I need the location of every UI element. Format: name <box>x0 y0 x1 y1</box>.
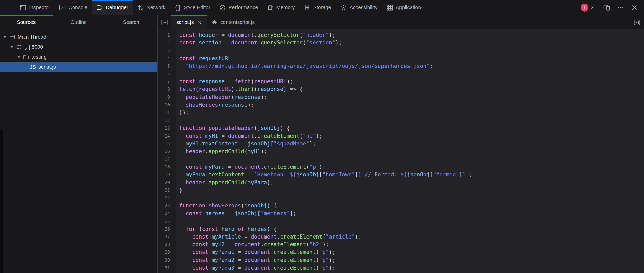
line-number[interactable]: 5 <box>158 63 176 69</box>
close-tab-icon[interactable] <box>197 20 202 25</box>
toolbox-tab-debugger[interactable]: Debugger <box>92 0 133 15</box>
line-number[interactable]: 2 <box>158 40 176 45</box>
line-number[interactable]: 1 <box>158 32 176 38</box>
code-text: const myArticle = document.createElement… <box>176 234 361 240</box>
sidebar-left-strip <box>0 130 3 273</box>
code-line-17: 17 <box>158 155 644 163</box>
panel-tab-search[interactable]: Search <box>105 15 157 29</box>
tree-item-main-thread[interactable]: Main Thread <box>0 32 157 42</box>
code-text: const section = document.querySelector("… <box>176 40 342 46</box>
code-token: ) <box>335 40 339 46</box>
line-number[interactable]: 31 <box>158 265 176 270</box>
line-number[interactable]: 4 <box>158 56 176 61</box>
collapse-side-panes-button[interactable] <box>630 15 644 29</box>
tree-item-testing[interactable]: testing <box>0 52 157 62</box>
line-number[interactable]: 20 <box>158 180 176 185</box>
code-token: ) <box>260 94 264 100</box>
responsive-design-mode-button[interactable] <box>602 4 612 11</box>
toolbox-tab-styleeditor[interactable]: {}Style Editor <box>170 0 215 15</box>
window-controls <box>602 4 639 11</box>
code-text: const heroes = jsonObj["members"]; <box>176 210 296 216</box>
toolbox-tab-label: Console <box>68 5 87 11</box>
code-text: } <box>176 187 182 193</box>
panel-tab-outline[interactable]: Outline <box>53 15 105 29</box>
line-number[interactable]: 12 <box>158 118 176 123</box>
memory-icon <box>267 4 274 11</box>
code-token: . <box>205 148 208 154</box>
toolbox-tab-console[interactable]: Console <box>55 0 92 15</box>
line-number[interactable]: 25 <box>158 219 176 224</box>
line-number[interactable]: 26 <box>158 226 176 232</box>
line-number[interactable]: 28 <box>158 242 176 247</box>
meatball-menu-button[interactable] <box>615 4 625 11</box>
line-number[interactable]: 9 <box>158 95 176 100</box>
line-number[interactable]: 24 <box>158 211 176 216</box>
close-toolbox-button[interactable] <box>629 4 639 11</box>
code-token: const <box>179 32 195 38</box>
line-number[interactable]: 17 <box>158 157 176 162</box>
line-number[interactable]: 15 <box>158 141 176 146</box>
code-line-8: 8fetch(requestURL).then((response) => { <box>158 85 644 93</box>
code-line-19: 19 myPara.textContent = `Hometown: ${jso… <box>158 171 644 178</box>
editor-tab-script-js[interactable]: script.js <box>171 15 207 29</box>
expand-twisty-icon[interactable] <box>10 45 14 49</box>
line-number[interactable]: 22 <box>158 195 176 201</box>
line-number[interactable]: 3 <box>158 48 176 53</box>
line-number[interactable]: 23 <box>158 203 176 208</box>
toolbox-tab-storage[interactable]: Storage <box>299 0 336 15</box>
code-token <box>179 179 186 186</box>
collapse-sources-panel-button[interactable] <box>158 15 171 29</box>
code-token: querySelector <box>257 32 299 38</box>
code-token: createElement <box>274 257 316 263</box>
line-number[interactable]: 7 <box>158 79 176 84</box>
code-token: ; <box>339 40 342 46</box>
tree-item-script-js[interactable]: JSscript.js <box>0 62 157 72</box>
code-token: ] <box>355 171 358 178</box>
code-token <box>205 125 208 131</box>
line-number[interactable]: 10 <box>158 102 176 107</box>
code-token: . <box>234 86 238 92</box>
code-token: const <box>192 265 208 271</box>
code-text: const header = document.querySelector("h… <box>176 32 335 38</box>
code-token <box>208 257 212 263</box>
code-token: = <box>241 234 251 240</box>
code-token: fetch <box>179 86 195 92</box>
toolbox-tab-accessibility[interactable]: Accessibility <box>336 0 382 15</box>
line-number[interactable]: 19 <box>158 172 176 177</box>
toolbox-tab-label: Application <box>396 5 421 11</box>
code-token: ) <box>329 265 332 271</box>
line-number[interactable]: 18 <box>158 164 176 169</box>
toolbox-tab-memory[interactable]: Memory <box>262 0 299 15</box>
expand-twisty-icon[interactable] <box>16 55 21 59</box>
code-token: document <box>228 133 254 139</box>
panel-tab-sources[interactable]: Sources <box>0 15 53 29</box>
code-token: myH1 <box>205 133 218 139</box>
line-number[interactable]: 16 <box>158 149 176 154</box>
code-line-21: 21} <box>158 186 644 194</box>
element-picker-button[interactable] <box>0 0 15 15</box>
source-editor[interactable]: 1const header = document.querySelector("… <box>158 29 644 273</box>
tree-item-8000[interactable]: [::]:8000 <box>0 42 157 52</box>
editor-tab-contentscript-js[interactable]: contentscript.js <box>207 15 259 29</box>
toolbox-tab-network[interactable]: Network <box>133 0 170 15</box>
line-number[interactable]: 27 <box>158 234 176 239</box>
panel-tab-label: Sources <box>17 19 36 25</box>
code-token <box>195 32 199 38</box>
line-number[interactable]: 6 <box>158 71 176 76</box>
line-number[interactable]: 14 <box>158 133 176 139</box>
toolbox-tab-application[interactable]: Application <box>382 0 425 15</box>
expand-twisty-icon[interactable] <box>3 35 7 39</box>
error-badge[interactable]: ! <box>581 4 588 12</box>
toolbox-tab-inspector[interactable]: Inspector <box>15 0 55 15</box>
toolbox-tab-performance[interactable]: Performance <box>215 0 263 15</box>
line-number[interactable]: 21 <box>158 188 176 193</box>
line-number[interactable]: 30 <box>158 258 176 263</box>
code-token: = <box>221 40 231 46</box>
line-number[interactable]: 29 <box>158 250 176 255</box>
code-line-9: 9 populateHeader(response); <box>158 93 644 101</box>
line-number[interactable]: 8 <box>158 87 176 92</box>
code-token: [ <box>430 171 433 178</box>
line-number[interactable]: 11 <box>158 110 176 115</box>
line-number[interactable]: 13 <box>158 125 176 131</box>
code-line-26: 26 for (const hero of heroes) { <box>158 225 644 233</box>
